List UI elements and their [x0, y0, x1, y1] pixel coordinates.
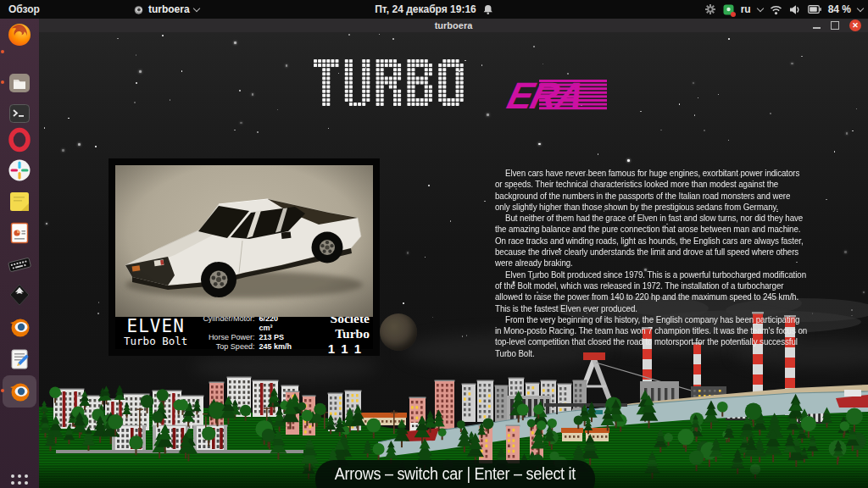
dock-item-firefox[interactable]	[6, 21, 33, 48]
volume-icon	[789, 4, 801, 15]
star	[660, 130, 662, 131]
car-card: ELVEN Turbo Bolt Cylinder/Motor: 6/220 c…	[108, 158, 380, 356]
clock-menu[interactable]: Пт, 24 декабря 19:16	[375, 3, 493, 15]
star	[162, 35, 164, 36]
dock-item-show-apps[interactable]	[6, 469, 33, 488]
text-editor-icon	[7, 347, 32, 372]
controls-hint-bar: Arrows – switch car | Enter – select it	[315, 460, 595, 488]
star	[718, 94, 720, 96]
slack-icon	[7, 158, 32, 183]
dock-item-keyboard[interactable]	[6, 251, 33, 278]
car-specs: Cylinder/Motor: 6/220 cm³ Horse Power: 2…	[203, 314, 292, 352]
dock-item-blender[interactable]	[6, 313, 33, 341]
controls-hint: Arrows – switch car | Enter – select it	[335, 464, 576, 484]
star	[252, 93, 254, 96]
team-box: Societe Turbo 111	[293, 311, 370, 356]
star	[425, 257, 426, 258]
dock-item-opera[interactable]	[6, 126, 33, 153]
window-titlebar[interactable]: turboera ✕	[39, 19, 868, 32]
description-paragraph: From the very beginning of its history, …	[495, 314, 807, 359]
minimize-button[interactable]	[813, 27, 821, 29]
battery-percent-label: 84 %	[828, 3, 851, 15]
chevron-down-icon[interactable]	[857, 4, 864, 11]
notification-badge	[731, 12, 736, 17]
turboera-logo: ERA	[312, 54, 610, 115]
star	[240, 122, 242, 125]
dock-item-blender-running[interactable]	[3, 375, 36, 408]
star	[392, 38, 394, 40]
description-paragraph: Elven Turbo Bolt produced since 1979. Th…	[495, 269, 807, 314]
spec-label: Cylinder/Motor:	[203, 314, 254, 333]
dock-item-terminal[interactable]	[6, 100, 33, 127]
star	[46, 223, 48, 225]
spec-value: 245 km/h	[259, 342, 292, 352]
libreoffice-impress-icon	[7, 220, 32, 246]
star	[791, 63, 793, 65]
blender-app-icon	[133, 4, 144, 15]
car-model: Turbo Bolt	[115, 335, 196, 347]
dock-item-files[interactable]	[6, 69, 33, 97]
star	[863, 291, 865, 294]
files-icon	[7, 70, 32, 96]
notification-bell-icon	[482, 3, 493, 15]
spec-label: Top Speed:	[203, 342, 254, 352]
star	[627, 159, 630, 162]
star	[134, 102, 136, 103]
app-menu-label: turboera	[148, 3, 190, 15]
app-menu[interactable]: turboera	[133, 3, 199, 15]
dock-item-slack[interactable]	[6, 157, 33, 184]
maximize-button[interactable]	[831, 21, 839, 30]
terminal-icon	[7, 101, 32, 126]
star	[826, 199, 827, 201]
star	[484, 201, 486, 202]
star	[598, 153, 599, 155]
star	[693, 82, 695, 85]
dock-item-inkscape[interactable]	[6, 281, 33, 308]
spec-value: 6/220 cm³	[259, 314, 292, 333]
running-indicator	[1, 389, 4, 392]
star	[844, 251, 847, 253]
messenger-tray-icon[interactable]	[723, 4, 734, 15]
star	[181, 70, 183, 72]
star	[698, 97, 699, 99]
star	[257, 131, 259, 133]
spec-value: 213 PS	[259, 333, 292, 342]
star	[801, 56, 803, 58]
star	[407, 252, 409, 254]
star	[728, 140, 730, 141]
svg-text:ERA: ERA	[504, 75, 587, 115]
star	[852, 130, 854, 132]
clock-label: Пт, 24 декабря 19:16	[375, 3, 476, 15]
star	[68, 118, 70, 119]
activities-button[interactable]: Обзор	[8, 3, 40, 15]
keyboard-layout-indicator[interactable]: ru	[741, 3, 751, 15]
settings-gear-icon[interactable]	[704, 3, 716, 15]
car-info-bar: ELVEN Turbo Bolt Cylinder/Motor: 6/220 c…	[115, 317, 373, 349]
star	[95, 146, 97, 147]
star	[538, 143, 541, 146]
star	[136, 54, 137, 56]
notes-icon	[7, 189, 32, 214]
close-button[interactable]: ✕	[849, 19, 861, 31]
running-indicator	[1, 50, 4, 53]
star	[379, 34, 381, 36]
star	[846, 132, 849, 135]
opera-icon	[7, 127, 32, 152]
star	[428, 185, 430, 186]
dock-item-libreoffice-impress[interactable]	[6, 219, 33, 247]
desktop: Обзор turboera Пт, 24 декабря 19:16 ru	[0, 0, 868, 488]
dock-item-notes[interactable]	[6, 188, 33, 215]
turboera-window: turboera ✕ ERA	[39, 19, 868, 488]
star	[728, 38, 730, 40]
chevron-down-icon	[192, 4, 199, 11]
star	[328, 128, 330, 130]
star	[640, 111, 642, 113]
game-viewport: ERA	[39, 32, 868, 488]
star	[704, 130, 705, 131]
battery-icon	[808, 5, 821, 14]
window-title: turboera	[435, 20, 473, 30]
car-photo	[115, 165, 373, 317]
star	[170, 99, 171, 101]
dock-item-text-editor[interactable]	[6, 346, 33, 373]
star	[286, 64, 288, 67]
